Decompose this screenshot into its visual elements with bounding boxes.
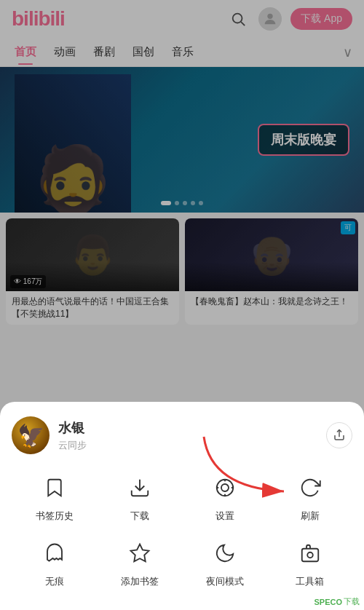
moon-icon bbox=[214, 542, 236, 564]
avatar-emoji: 🦅 bbox=[17, 423, 44, 448]
add-bookmark-icon-wrap bbox=[124, 537, 156, 569]
svg-point-13 bbox=[307, 552, 313, 558]
toolbox-icon-wrap bbox=[294, 537, 326, 569]
menu-label-night-mode: 夜间模式 bbox=[206, 575, 244, 588]
menu-item-incognito[interactable]: 无痕 bbox=[12, 537, 97, 588]
bookmark-icon-wrap bbox=[39, 472, 71, 504]
menu-label-add-bookmark: 添加书签 bbox=[121, 575, 159, 588]
svg-rect-12 bbox=[301, 549, 318, 562]
download-icon bbox=[129, 477, 151, 499]
watermark-suffix: 下载 bbox=[344, 596, 360, 607]
menu-label-bookmark: 书签历史 bbox=[36, 510, 74, 523]
refresh-icon bbox=[299, 477, 321, 499]
svg-marker-11 bbox=[130, 544, 149, 562]
menu-label-toolbox: 工具箱 bbox=[296, 575, 324, 588]
watermark-prefix: SPECO bbox=[314, 598, 342, 606]
menu-item-bookmark[interactable]: 书签历史 bbox=[12, 472, 97, 523]
share-button[interactable] bbox=[326, 422, 352, 448]
settings-icon-wrap bbox=[209, 472, 241, 504]
star-icon bbox=[129, 542, 151, 564]
user-info-row: 🦅 水银 云同步 bbox=[12, 416, 352, 454]
menu-item-download[interactable]: 下载 bbox=[97, 472, 182, 523]
menu-item-night-mode[interactable]: 夜间模式 bbox=[182, 537, 267, 588]
ghost-icon bbox=[44, 542, 66, 564]
menu-grid: 书签历史 下载 bbox=[12, 472, 352, 588]
menu-label-refresh: 刷新 bbox=[301, 510, 320, 523]
svg-point-5 bbox=[221, 484, 229, 491]
menu-label-download: 下载 bbox=[130, 510, 149, 523]
night-mode-icon-wrap bbox=[209, 537, 241, 569]
refresh-icon-wrap bbox=[294, 472, 326, 504]
bookmark-icon bbox=[44, 477, 66, 499]
popup-panel: 🦅 水银 云同步 书签历史 bbox=[0, 402, 364, 610]
incognito-icon-wrap bbox=[39, 537, 71, 569]
user-sync-label: 云同步 bbox=[58, 439, 326, 452]
menu-label-settings: 设置 bbox=[215, 510, 234, 523]
watermark: SPECO 下载 bbox=[314, 596, 360, 607]
user-name: 水银 bbox=[58, 419, 326, 437]
toolbox-icon bbox=[299, 542, 321, 564]
share-icon bbox=[333, 429, 346, 442]
user-text: 水银 云同步 bbox=[58, 419, 326, 452]
svg-point-6 bbox=[216, 480, 233, 496]
menu-label-incognito: 无痕 bbox=[45, 575, 64, 588]
settings-icon bbox=[214, 477, 236, 499]
menu-item-settings[interactable]: 设置 bbox=[182, 472, 267, 523]
user-avatar[interactable]: 🦅 bbox=[12, 416, 50, 454]
menu-item-toolbox[interactable]: 工具箱 bbox=[267, 537, 352, 588]
menu-item-add-bookmark[interactable]: 添加书签 bbox=[97, 537, 182, 588]
download-icon-wrap bbox=[124, 472, 156, 504]
menu-item-refresh[interactable]: 刷新 bbox=[267, 472, 352, 523]
